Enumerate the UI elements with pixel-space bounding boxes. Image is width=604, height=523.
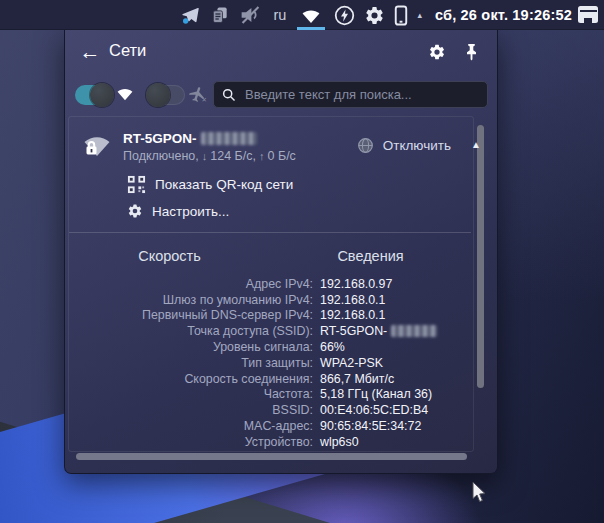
detail-row: Точка доступа (SSID): RT-5GPON- xyxy=(73,323,467,339)
show-desktop-icon[interactable] xyxy=(578,6,598,23)
keyboard-layout-indicator[interactable]: ru xyxy=(271,7,288,23)
pin-popup-button[interactable] xyxy=(459,40,483,64)
qr-code-icon xyxy=(127,175,146,194)
tray-expand-icon[interactable]: ▴ xyxy=(417,10,422,20)
configure-connection-button[interactable]: Настроить... xyxy=(127,203,229,219)
detail-row: Тип защиты: WPA2-PSK xyxy=(73,355,467,371)
popup-header: ← Сети xyxy=(65,38,497,68)
download-arrow-icon: ↓ xyxy=(202,150,208,162)
search-box xyxy=(213,81,488,108)
detail-value: 66% xyxy=(320,340,345,354)
detail-row: Первичный DNS-сервер IPv4: 192.168.0.1 xyxy=(73,308,467,324)
phone-tray-icon[interactable] xyxy=(394,5,408,26)
details-tabs: Скорость Сведения xyxy=(69,244,471,268)
network-tray-icon[interactable] xyxy=(297,0,325,30)
clipboard-icon[interactable] xyxy=(210,5,230,25)
settings-tray-icon[interactable] xyxy=(364,5,385,26)
toggle-knob xyxy=(146,83,170,107)
search-icon xyxy=(222,88,236,102)
details-table: Адрес IPv4: 192.168.0.97 Шлюз по умолчан… xyxy=(73,276,467,450)
redacted-text xyxy=(391,325,437,337)
configure-network-connections-button[interactable] xyxy=(425,40,449,64)
telegram-icon[interactable] xyxy=(180,5,201,25)
horizontal-scrollbar[interactable] xyxy=(76,453,467,460)
upload-rate: 0 Б/с xyxy=(268,149,296,163)
detail-value: 5,18 ГГц (Канал 36) xyxy=(320,387,432,401)
network-globe-icon xyxy=(357,137,374,154)
detail-label: Точка доступа (SSID): xyxy=(73,324,313,338)
toggle-knob xyxy=(90,83,114,107)
section-divider xyxy=(69,232,471,233)
desktop: ru ▴ сб, 26 окт. 19:26:52 ← Сети xyxy=(0,0,604,523)
disconnect-button[interactable]: Отключить xyxy=(357,137,451,154)
show-qr-button[interactable]: Показать QR-код сети xyxy=(127,175,293,194)
detail-value: RT-5GPON- xyxy=(320,324,437,338)
tab-speed[interactable]: Скорость xyxy=(69,244,270,268)
detail-value: WPA2-PSK xyxy=(320,356,383,370)
detail-row: Частота: 5,18 ГГц (Канал 36) xyxy=(73,387,467,403)
detail-value: 90:65:84:5E:34:72 xyxy=(320,419,421,433)
wifi-locked-icon xyxy=(79,128,115,164)
vertical-scrollbar[interactable] xyxy=(477,125,484,388)
network-ssid[interactable]: RT-5GPON- xyxy=(123,131,257,146)
detail-label: Частота: xyxy=(73,387,313,401)
detail-label: Устройство: xyxy=(73,435,313,449)
detail-label: Шлюз по умолчанию IPv4: xyxy=(73,293,313,307)
wifi-toggle[interactable] xyxy=(75,85,111,105)
detail-value: 866,7 Мбит/с xyxy=(320,372,394,386)
airplane-mode-toggle[interactable] xyxy=(149,85,185,105)
detail-label: Первичный DNS-сервер IPv4: xyxy=(73,308,313,322)
detail-value: wlp6s0 xyxy=(320,435,359,449)
detail-row: Скорость соединения: 866,7 Мбит/с xyxy=(73,371,467,387)
clock[interactable]: сб, 26 окт. 19:26:52 xyxy=(431,7,572,23)
system-tray: ru ▴ сб, 26 окт. 19:26:52 xyxy=(180,0,572,30)
svg-text:✕: ✕ xyxy=(201,96,206,103)
airplane-mode-icon: ✕ xyxy=(188,85,207,108)
wifi-icon xyxy=(115,86,135,105)
detail-row: Устройство: wlp6s0 xyxy=(73,434,467,450)
detail-row: BSSID: 00:E4:06:5C:ED:B4 xyxy=(73,402,467,418)
active-applet-underline xyxy=(297,27,325,30)
detail-label: MAC-адрес: xyxy=(73,419,313,433)
networks-applet-popup: ← Сети ✕ xyxy=(64,30,498,474)
detail-value: 192.168.0.1 xyxy=(320,308,385,322)
audio-muted-icon[interactable] xyxy=(239,5,262,25)
collapse-details-button[interactable]: ▲ xyxy=(471,139,481,150)
detail-label: Уровень сигнала: xyxy=(73,340,313,354)
top-panel: ru ▴ сб, 26 окт. 19:26:52 xyxy=(0,0,604,30)
detail-row: Шлюз по умолчанию IPv4: 192.168.0.1 xyxy=(73,292,467,308)
detail-row: Уровень сигнала: 66% xyxy=(73,339,467,355)
detail-row: MAC-адрес: 90:65:84:5E:34:72 xyxy=(73,418,467,434)
mouse-cursor xyxy=(472,482,489,508)
search-input[interactable] xyxy=(243,86,479,103)
gear-icon xyxy=(127,203,143,219)
detail-value: 00:E4:06:5C:ED:B4 xyxy=(320,403,428,417)
wallpaper-shape xyxy=(484,30,604,523)
connection-status: Подключено, ↓ 124 Б/с, ↑ 0 Б/с xyxy=(123,149,296,163)
detail-label: BSSID: xyxy=(73,403,313,417)
back-button[interactable]: ← xyxy=(77,39,103,65)
detail-label: Тип защиты: xyxy=(73,356,313,370)
power-profile-icon[interactable] xyxy=(334,5,355,26)
detail-row: Адрес IPv4: 192.168.0.97 xyxy=(73,276,467,292)
upload-arrow-icon: ↑ xyxy=(259,150,265,162)
detail-value: 192.168.0.1 xyxy=(320,293,385,307)
redacted-ssid xyxy=(201,132,257,145)
detail-label: Скорость соединения: xyxy=(73,372,313,386)
detail-value: 192.168.0.97 xyxy=(320,277,392,291)
download-rate: 124 Б/с, xyxy=(210,149,256,163)
popup-title: Сети xyxy=(109,41,146,60)
detail-label: Адрес IPv4: xyxy=(73,277,313,291)
tab-details[interactable]: Сведения xyxy=(270,244,471,268)
